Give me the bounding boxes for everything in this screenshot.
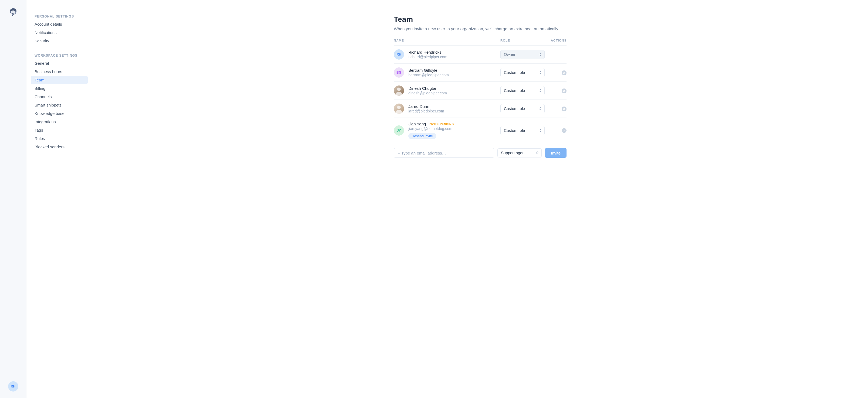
svg-point-10 [397,106,401,109]
sidebar-item-notifications[interactable]: Notifications [31,28,88,37]
member-role-value: Owner [504,52,516,57]
member-email: richard@piedpiper.com [408,55,447,59]
remove-member-button[interactable] [562,70,566,75]
member-row: RHRichard Hendricksrichard@piedpiper.com… [394,45,566,64]
remove-member-button[interactable] [562,128,566,133]
member-email: bertram@piedpiper.com [408,73,449,77]
member-avatar: BG [394,67,404,78]
app-rail: RH [0,0,26,398]
chevron-up-down-icon [538,129,542,132]
current-user-avatar[interactable]: RH [8,381,18,392]
sidebar-item-team[interactable]: Team [31,76,88,84]
svg-point-2 [12,11,13,12]
close-icon [563,90,565,92]
chevron-up-down-icon [538,89,542,93]
member-role-value: Custom role [504,106,525,111]
page-title: Team [394,15,566,24]
member-avatar: RH [394,49,404,60]
member-role-select[interactable]: Custom role [500,126,545,135]
member-role-value: Custom role [504,89,525,93]
page-subtitle: When you invite a new user to your organ… [394,26,566,31]
member-email: jared@piedpiper.com [408,109,444,113]
member-role-select[interactable]: Custom role [500,104,545,113]
app-logo-icon [7,6,19,18]
sidebar-item-blocked-senders[interactable]: Blocked senders [31,143,88,151]
sidebar-item-billing[interactable]: Billing [31,84,88,93]
sidebar-item-tags[interactable]: Tags [31,126,88,134]
member-row: Dinesh Chugtaidinesh@piedpiper.comCustom… [394,82,566,100]
invite-role-value: Support agent [501,151,526,155]
invite-row: Support agent Invite [394,148,566,158]
member-avatar [394,86,404,96]
sidebar-heading-personal: PERSONAL SETTINGS [31,12,88,20]
remove-member-button[interactable] [562,106,566,111]
remove-member-button[interactable] [562,89,566,93]
member-role-select[interactable]: Custom role [500,68,545,77]
chevron-up-down-icon [538,107,542,110]
svg-point-3 [14,11,14,12]
member-name: Richard Hendricks [408,50,441,55]
column-header-actions: ACTIONS [548,39,566,42]
member-role-select: Owner [500,50,545,59]
main-content: Team When you invite a new user to your … [92,0,868,398]
member-row: JYJian YangINVITE PENDINGjian.yang@notho… [394,118,566,143]
member-role-value: Custom role [504,128,525,133]
member-row: BGBertram Gilfoylebertram@piedpiper.comC… [394,64,566,82]
sidebar-item-smart-snippets[interactable]: Smart snippets [31,101,88,109]
chevron-up-down-icon [538,71,542,74]
member-name: Dinesh Chugtai [408,86,436,91]
sidebar-item-security[interactable]: Security [31,37,88,45]
sidebar-item-rules[interactable]: Rules [31,134,88,143]
member-name: Jared Dunn [408,104,429,109]
member-role-value: Custom role [504,70,525,75]
sidebar-group-workspace: WORKSPACE SETTINGS GeneralBusiness hours… [31,51,88,151]
column-header-name: NAME [394,39,500,42]
column-header-role: ROLE [500,39,548,42]
invite-email-input[interactable] [394,148,494,158]
sidebar-item-knowledge-base[interactable]: Knowledge base [31,109,88,118]
member-email: jian.yang@nothotdog.com [408,127,454,131]
member-avatar: JY [394,125,404,136]
svg-point-6 [397,88,401,91]
member-email: dinesh@piedpiper.com [408,91,447,95]
members-table-header: NAME ROLE ACTIONS [394,39,566,45]
resend-invite-button[interactable]: Resend invite [408,133,436,139]
member-name: Bertram Gilfoyle [408,68,437,72]
close-icon [563,108,565,110]
invite-role-select[interactable]: Support agent [497,148,542,158]
chevron-up-down-icon [535,151,539,155]
invite-pending-badge: INVITE PENDING [429,123,454,126]
sidebar-group-personal: PERSONAL SETTINGS Account detailsNotific… [31,12,88,45]
member-avatar [394,104,404,114]
sidebar-item-account-details[interactable]: Account details [31,20,88,28]
sidebar-item-business-hours[interactable]: Business hours [31,67,88,76]
invite-button[interactable]: Invite [545,148,566,158]
sidebar-item-general[interactable]: General [31,59,88,67]
member-role-select[interactable]: Custom role [500,86,545,95]
close-icon [563,72,565,74]
chevron-up-down-icon [538,53,542,56]
settings-sidebar: PERSONAL SETTINGS Account detailsNotific… [26,0,92,398]
sidebar-item-integrations[interactable]: Integrations [31,118,88,126]
close-icon [563,129,565,132]
member-name: Jian Yang [408,122,426,126]
sidebar-item-channels[interactable]: Channels [31,93,88,101]
member-row: Jared Dunnjared@piedpiper.comCustom role [394,100,566,118]
sidebar-heading-workspace: WORKSPACE SETTINGS [31,51,88,59]
